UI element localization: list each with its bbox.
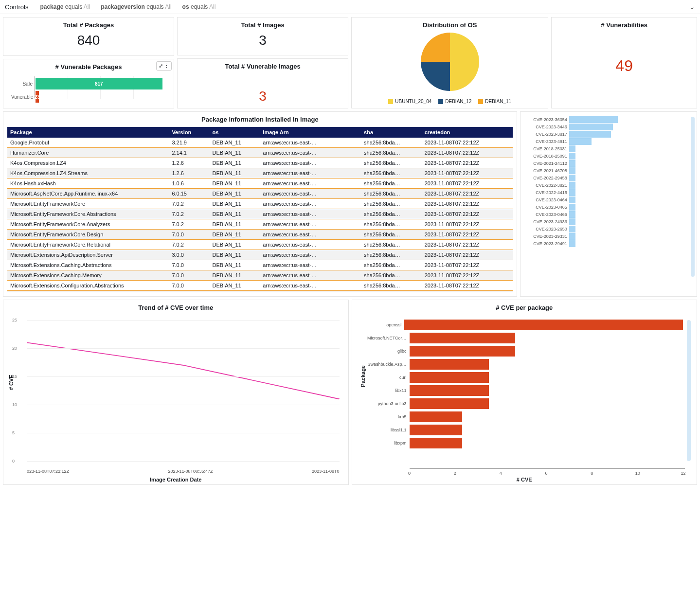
pkg-bar[interactable]: openssl	[366, 320, 683, 330]
package-table-card: Package information installed in image P…	[3, 111, 517, 297]
table-row[interactable]: Microsoft.EntityFrameworkCore.Design7.0.…	[7, 230, 513, 240]
cve-bar[interactable]: CVE-2023-0466	[524, 211, 693, 218]
bar-vunerable: Vunerable23	[11, 91, 166, 103]
kpi-label: Total # Images	[181, 21, 344, 29]
x-axis-label: Image Creation Date	[150, 477, 201, 482]
cve-bar[interactable]: CVE-2023-24936	[524, 218, 693, 225]
filter-os[interactable]: os equals All	[182, 3, 216, 10]
col-Image Arn[interactable]: Image Arn	[260, 127, 361, 138]
chart-title: Distribution of OS	[356, 21, 544, 29]
kpi-total-packages[interactable]: Total # Packages 840	[3, 17, 174, 56]
y-tick: 15	[27, 376, 340, 377]
cve-bar[interactable]: CVE-2018-25091	[524, 153, 693, 160]
x-axis-label: # CVE	[517, 477, 532, 482]
chevron-down-icon[interactable]: ⌄	[689, 3, 695, 11]
bar-safe: Safe817	[11, 78, 166, 89]
pkg-bar[interactable]: Microsoft.NETCor…	[366, 333, 683, 343]
kpi-total-vuln-images[interactable]: Total # Vunerable Images 3	[177, 58, 348, 108]
package-table: PackageVersionosImage Arnshacreatedon Go…	[7, 127, 513, 292]
table-scroll[interactable]: PackageVersionosImage Arnshacreatedon Go…	[7, 127, 513, 292]
pkg-bar[interactable]: Swashbuckle.Asp…	[366, 359, 683, 370]
col-Version[interactable]: Version	[169, 127, 209, 138]
legend-UBUNTU_20_04[interactable]: UBUNTU_20_04	[388, 99, 431, 104]
legend-DEBIAN_11[interactable]: DEBIAN_11	[478, 99, 511, 104]
pkg-bar[interactable]: curl	[366, 372, 683, 383]
col-sha[interactable]: sha	[361, 127, 422, 138]
expand-icon[interactable]: ⤢	[159, 63, 163, 69]
os-distribution-chart[interactable]: Distribution of OS UBUNTU_20_04DEBIAN_12…	[351, 17, 548, 108]
y-tick: 25	[27, 320, 340, 321]
cve-bar[interactable]: CVE-2021-46708	[524, 167, 693, 174]
vulnerable-packages-chart[interactable]: ⤢ ⋮ # Vunerable Packages Safe817Vunerabl…	[3, 59, 174, 108]
cve-bar[interactable]: CVE-2023-0465	[524, 204, 693, 211]
controls-title: Controls	[5, 3, 28, 11]
table-row[interactable]: Microsoft.AspNetCore.App.Runtime.linux-x…	[7, 189, 513, 199]
pkg-bar[interactable]: krb5	[366, 411, 683, 422]
table-row[interactable]: K4os.Compression.LZ4.Streams1.2.6DEBIAN_…	[7, 168, 513, 178]
x-tick: 2023-11-08T08:35:47Z	[168, 469, 213, 474]
table-row[interactable]: Microsoft.Extensions.Configuration.Abstr…	[7, 281, 513, 291]
col-createdon[interactable]: createdon	[422, 127, 513, 138]
cve-bar[interactable]: CVE-2023-4911	[524, 138, 693, 145]
table-row[interactable]: K4os.Compression.LZ41.2.6DEBIAN_11arn:aw…	[7, 158, 513, 168]
filter-package[interactable]: package equals All	[40, 3, 90, 10]
table-row[interactable]: K4os.Hash.xxHash1.0.6DEBIAN_11arn:aws:ec…	[7, 178, 513, 189]
cve-bar[interactable]: CVE-2023-0464	[524, 196, 693, 203]
x-tick: 023-11-08T07:22:12Z	[27, 469, 69, 474]
cve-bar[interactable]: CVE-2018-25031	[524, 145, 693, 152]
pkg-bar[interactable]: libx11	[366, 385, 683, 396]
kpi-value: 3	[181, 33, 344, 48]
table-row[interactable]: Microsoft.Extensions.DependencyInjection…	[7, 291, 513, 293]
cve-bar[interactable]: CVE-2022-29458	[524, 175, 693, 181]
table-row[interactable]: Microsoft.Extensions.Caching.Memory7.0.0…	[7, 270, 513, 281]
cve-bar[interactable]: CVE-2023-29491	[524, 240, 693, 247]
cve-count-chart[interactable]: CVE-2023-36054CVE-2023-3446CVE-2023-3817…	[520, 111, 697, 297]
table-row[interactable]: Microsoft.EntityFrameworkCore7.0.2DEBIAN…	[7, 199, 513, 209]
pkg-bar[interactable]: libxpm	[366, 438, 683, 448]
table-row[interactable]: Microsoft.EntityFrameworkCore.Abstractio…	[7, 209, 513, 219]
cve-per-package-chart[interactable]: # CVE per package Package opensslMicroso…	[352, 300, 698, 485]
kpi-label: Total # Packages	[7, 21, 170, 29]
kpi-value: 3	[181, 89, 344, 104]
cve-bar[interactable]: CVE-2023-29331	[524, 233, 693, 240]
col-os[interactable]: os	[209, 127, 260, 138]
table-row[interactable]: Humanizer.Core2.14.1DEBIAN_11arn:aws:ecr…	[7, 148, 513, 158]
legend-DEBIAN_12[interactable]: DEBIAN_12	[438, 99, 471, 104]
scrollbar[interactable]	[687, 320, 691, 461]
pkg-bar[interactable]: glibc	[366, 346, 683, 357]
cve-bar[interactable]: CVE-2023-2650	[524, 226, 693, 232]
x-tick: 6	[545, 471, 547, 476]
card-menu[interactable]: ⤢ ⋮	[156, 61, 172, 71]
y-tick: 20	[27, 348, 340, 349]
cve-bar[interactable]: CVE-2021-24112	[524, 160, 693, 167]
kebab-icon[interactable]: ⋮	[164, 63, 169, 69]
x-tick: 10	[635, 471, 640, 476]
x-tick: 2	[454, 471, 456, 476]
cve-bar[interactable]: CVE-2022-4415	[524, 189, 693, 196]
table-row[interactable]: Microsoft.EntityFrameworkCore.Relational…	[7, 240, 513, 250]
chart-title: Trend of # CVE over time	[7, 304, 344, 311]
table-row[interactable]: Microsoft.Extensions.ApiDescription.Serv…	[7, 250, 513, 260]
x-tick: 2023-11-08T0	[312, 469, 340, 474]
table-row[interactable]: Google.Protobuf3.21.9DEBIAN_11arn:aws:ec…	[7, 138, 513, 148]
pkg-bar[interactable]: libssl1.1	[366, 425, 683, 435]
table-row[interactable]: Microsoft.Extensions.Caching.Abstraction…	[7, 260, 513, 270]
trend-cve-chart[interactable]: Trend of # CVE over time # CVE 023-11-08…	[3, 300, 349, 485]
controls-bar: Controls package equals Allpackageversio…	[0, 0, 700, 14]
y-axis-label: Package	[360, 365, 366, 387]
col-Package[interactable]: Package	[7, 127, 169, 138]
scrollbar[interactable]	[691, 117, 695, 277]
table-row[interactable]: Microsoft.EntityFrameworkCore.Analyzers7…	[7, 219, 513, 230]
pkg-bar[interactable]: python3-urllib3	[366, 398, 683, 409]
cve-bar[interactable]: CVE-2023-36054	[524, 116, 693, 123]
kpi-total-images[interactable]: Total # Images 3	[177, 17, 348, 55]
cve-bar[interactable]: CVE-2023-3446	[524, 124, 693, 130]
filter-packageversion[interactable]: packageversion equals All	[101, 3, 171, 10]
cve-bar[interactable]: CVE-2022-3821	[524, 182, 693, 189]
chart-title: # CVE per package	[356, 304, 693, 311]
pie-chart	[421, 33, 479, 91]
kpi-vulnerabilities[interactable]: # Vunerabilities 49	[551, 17, 697, 108]
cve-bar[interactable]: CVE-2023-3817	[524, 131, 693, 138]
kpi-label: Total # Vunerable Images	[181, 63, 344, 70]
kpi-label: # Vunerabilities	[556, 21, 693, 29]
